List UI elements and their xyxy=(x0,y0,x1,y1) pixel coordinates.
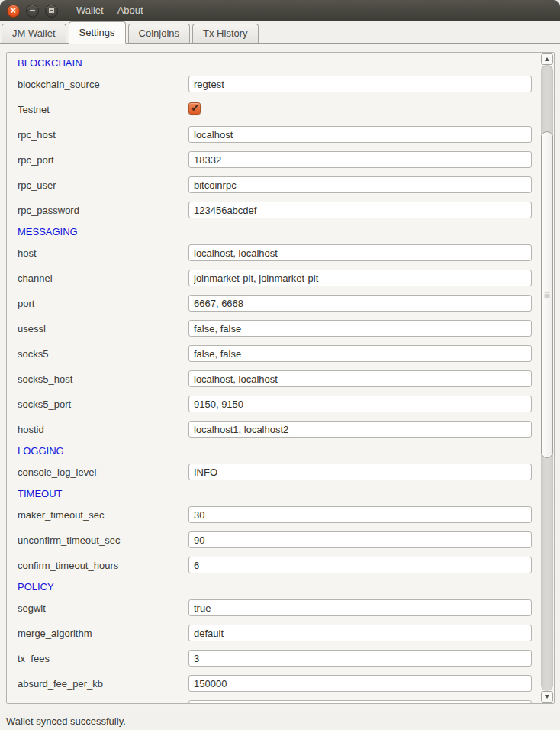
section-title-timeout: TIMEOUT xyxy=(7,485,540,502)
settings-row: rpc_port xyxy=(7,147,540,173)
field-input-partial[interactable] xyxy=(188,700,532,704)
field-label: blockchain_source xyxy=(18,72,100,97)
settings-page: BLOCKCHAINblockchain_sourceTestnetrpc_ho… xyxy=(0,44,560,712)
settings-row: socks5_port xyxy=(7,392,540,417)
settings-row: confirm_timeout_hours xyxy=(7,553,540,578)
settings-row: merge_algorithm xyxy=(7,621,540,646)
tab-coinjoins[interactable]: Coinjoins xyxy=(128,24,190,43)
maximize-button[interactable] xyxy=(45,5,58,18)
scrollbar-thumb[interactable] xyxy=(541,131,553,458)
field-label: socks5_port xyxy=(18,392,71,417)
field-input-confirm-timeout-hours[interactable] xyxy=(188,557,532,573)
settings-form: BLOCKCHAINblockchain_sourceTestnetrpc_ho… xyxy=(7,53,540,704)
settings-row: port xyxy=(7,291,540,316)
settings-row: channel xyxy=(7,266,540,291)
settings-row: unconfirm_timeout_sec xyxy=(7,528,540,553)
field-label: rpc_host xyxy=(18,122,56,147)
field-input-usessl[interactable] xyxy=(188,320,532,337)
settings-row: rpc_host xyxy=(7,122,540,147)
field-label: absurd_fee_per_kb xyxy=(18,671,103,696)
scrollbar xyxy=(540,53,554,703)
field-input-rpc-password[interactable] xyxy=(188,202,532,218)
scrollbar-track[interactable] xyxy=(541,65,553,691)
field-label: console_log_level xyxy=(18,460,96,485)
field-input-hostid[interactable] xyxy=(188,421,532,438)
field-label: unconfirm_timeout_sec xyxy=(18,528,120,553)
checkbox-testnet[interactable] xyxy=(188,102,201,115)
field-input-blockchain-source[interactable] xyxy=(188,76,532,92)
field-input-console-log-level[interactable] xyxy=(188,464,532,480)
titlebar: × Wallet About xyxy=(0,0,560,21)
section-title-blockchain: BLOCKCHAIN xyxy=(7,54,540,72)
settings-row: rpc_user xyxy=(7,173,540,198)
field-input-host[interactable] xyxy=(188,244,532,261)
settings-row: absurd_fee_per_kb xyxy=(7,671,540,696)
field-input-segwit[interactable] xyxy=(188,599,532,616)
field-label: rpc_user xyxy=(18,173,56,198)
field-label: usessl xyxy=(18,316,46,341)
field-label: rpc_port xyxy=(18,147,54,173)
scroll-up-button[interactable] xyxy=(541,53,553,65)
tab-tx-history[interactable]: Tx History xyxy=(192,24,259,43)
scroll-down-button[interactable] xyxy=(541,691,553,703)
settings-row: Testnet xyxy=(7,97,540,122)
settings-row xyxy=(7,696,540,704)
field-label: socks5_host xyxy=(18,367,72,392)
field-label: hostid xyxy=(18,417,44,442)
field-input-maker-timeout-sec[interactable] xyxy=(188,506,532,523)
field-label: merge_algorithm xyxy=(18,621,92,646)
settings-row: tx_fees xyxy=(7,646,540,671)
scrollbar-grip-icon xyxy=(545,295,550,296)
field-label: rpc_password xyxy=(18,198,79,223)
tab-bar: JM WalletSettingsCoinjoinsTx History xyxy=(0,21,560,44)
menu-about[interactable]: About xyxy=(117,0,143,21)
settings-row: usessl xyxy=(7,316,540,341)
field-label: maker_timeout_sec xyxy=(18,502,104,528)
field-label: confirm_timeout_hours xyxy=(18,553,118,578)
field-input-merge-algorithm[interactable] xyxy=(188,625,532,641)
window-controls: × xyxy=(0,5,58,18)
close-icon: × xyxy=(11,6,16,15)
status-bar: Wallet synced successfully. xyxy=(0,712,560,730)
tab-settings[interactable]: Settings xyxy=(69,21,126,44)
minimize-button[interactable] xyxy=(26,5,39,18)
section-title-policy: POLICY xyxy=(7,578,540,596)
settings-scroll-area: BLOCKCHAINblockchain_sourceTestnetrpc_ho… xyxy=(6,52,555,704)
settings-row: segwit xyxy=(7,596,540,621)
status-text: Wallet synced successfully. xyxy=(6,715,126,727)
field-input-tx-fees[interactable] xyxy=(188,650,532,667)
section-title-logging: LOGGING xyxy=(7,442,540,460)
field-input-socks5-host[interactable] xyxy=(188,370,532,387)
field-label: channel xyxy=(18,266,53,291)
field-input-port[interactable] xyxy=(188,295,532,312)
field-input-rpc-port[interactable] xyxy=(188,151,532,168)
scroll-down-icon xyxy=(545,695,549,699)
field-label: tx_fees xyxy=(18,646,50,671)
settings-row: socks5_host xyxy=(7,367,540,392)
menubar: Wallet About xyxy=(76,0,143,21)
field-label: port xyxy=(18,291,34,316)
settings-row: host xyxy=(7,241,540,266)
minimize-icon xyxy=(30,10,35,11)
menu-wallet[interactable]: Wallet xyxy=(76,0,104,21)
tab-jm-wallet[interactable]: JM Wallet xyxy=(2,24,66,43)
field-label: host xyxy=(18,241,37,266)
field-input-socks5[interactable] xyxy=(188,345,532,362)
field-input-rpc-user[interactable] xyxy=(188,176,532,193)
field-input-absurd-fee-per-kb[interactable] xyxy=(188,675,532,692)
settings-row: rpc_password xyxy=(7,198,540,223)
scroll-up-icon xyxy=(545,57,549,61)
field-input-unconfirm-timeout-sec[interactable] xyxy=(188,531,532,548)
close-button[interactable]: × xyxy=(7,5,20,18)
settings-row: console_log_level xyxy=(7,460,540,485)
settings-row: blockchain_source xyxy=(7,72,540,97)
field-input-channel[interactable] xyxy=(188,270,532,286)
settings-row: socks5 xyxy=(7,341,540,367)
section-title-messaging: MESSAGING xyxy=(7,223,540,241)
field-input-socks5-port[interactable] xyxy=(188,396,532,412)
field-label: segwit xyxy=(18,596,46,621)
field-input-rpc-host[interactable] xyxy=(188,126,532,143)
settings-row: maker_timeout_sec xyxy=(7,502,540,528)
maximize-icon xyxy=(49,8,54,13)
field-label: Testnet xyxy=(18,97,50,122)
